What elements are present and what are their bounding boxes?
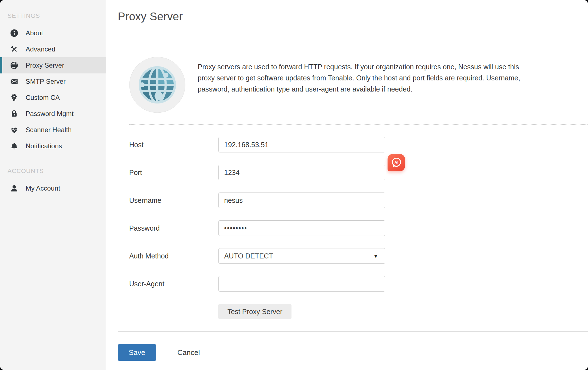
user-agent-label: User-Agent	[129, 280, 218, 288]
user-icon	[10, 184, 19, 193]
ai-badge-label: AI	[395, 160, 398, 164]
sidebar-item-label: My Account	[26, 184, 60, 192]
dotted-divider	[129, 124, 588, 125]
certificate-icon	[10, 93, 19, 102]
accounts-section-label: ACCOUNTS	[0, 167, 106, 175]
sidebar-item-scanner-health[interactable]: Scanner Health	[0, 122, 106, 138]
port-label: Port	[129, 169, 218, 177]
proxy-settings-panel: Proxy servers are used to forward HTTP r…	[118, 45, 588, 332]
user-agent-row: User-Agent	[129, 276, 588, 292]
auth-method-select[interactable]: AUTO DETECT ▼	[218, 248, 385, 264]
info-icon	[10, 29, 19, 37]
bell-icon	[10, 142, 19, 150]
cancel-button[interactable]: Cancel	[176, 348, 202, 357]
port-input[interactable]	[218, 165, 385, 180]
sidebar-item-password-mgmt[interactable]: Password Mgmt	[0, 106, 106, 122]
page-header: Proxy Server	[106, 0, 588, 33]
test-proxy-row: Test Proxy Server	[129, 304, 588, 319]
tools-icon	[10, 45, 19, 53]
password-input[interactable]	[218, 220, 385, 236]
save-button[interactable]: Save	[118, 344, 156, 361]
sidebar-item-custom-ca[interactable]: Custom CA	[0, 90, 106, 106]
sidebar-item-advanced[interactable]: Advanced	[0, 41, 106, 57]
sidebar-item-about[interactable]: About	[0, 25, 106, 41]
chevron-down-icon: ▼	[373, 253, 378, 259]
lock-icon	[10, 110, 19, 118]
app-window: SETTINGS About Advanced Proxy Server	[0, 0, 588, 370]
user-agent-input[interactable]	[218, 276, 385, 292]
password-row: Password	[129, 220, 588, 236]
auth-method-row: Auth Method AUTO DETECT ▼	[129, 248, 588, 264]
sidebar-item-label: Scanner Health	[26, 126, 72, 134]
heart-pulse-icon	[10, 126, 19, 134]
page-title: Proxy Server	[118, 10, 183, 23]
username-input[interactable]	[218, 193, 385, 208]
settings-section-label: SETTINGS	[0, 12, 106, 19]
auth-method-value: AUTO DETECT	[224, 252, 273, 260]
username-label: Username	[129, 196, 218, 204]
ai-assistant-badge[interactable]: AI	[388, 154, 405, 171]
sidebar-item-notifications[interactable]: Notifications	[0, 138, 106, 154]
panel-intro: Proxy servers are used to forward HTTP r…	[129, 57, 588, 113]
panel-description: Proxy servers are used to forward HTTP r…	[198, 61, 535, 95]
form-actions: Save Cancel	[118, 344, 588, 361]
host-input[interactable]	[218, 137, 385, 152]
main-content: Proxy Server	[106, 0, 588, 370]
settings-sidebar: SETTINGS About Advanced Proxy Server	[0, 0, 106, 370]
sidebar-item-label: Custom CA	[26, 94, 60, 102]
test-proxy-server-button[interactable]: Test Proxy Server	[218, 304, 291, 319]
sidebar-item-label: Proxy Server	[26, 61, 64, 69]
ai-bubble-icon: AI	[390, 156, 403, 169]
sidebar-item-label: Notifications	[26, 142, 62, 150]
sidebar-item-label: Password Mgmt	[26, 110, 74, 118]
envelope-icon	[10, 77, 19, 86]
sidebar-item-label: About	[26, 29, 43, 37]
host-row: Host	[129, 137, 588, 152]
sidebar-item-label: SMTP Server	[26, 78, 66, 85]
globe-avatar	[129, 57, 185, 113]
username-row: Username	[129, 193, 588, 208]
desktop-backdrop: SETTINGS About Advanced Proxy Server	[0, 0, 588, 370]
sidebar-item-proxy-server[interactable]: Proxy Server	[0, 57, 106, 73]
host-label: Host	[129, 141, 218, 149]
password-label: Password	[129, 224, 218, 232]
sidebar-item-my-account[interactable]: My Account	[0, 180, 106, 196]
sidebar-item-smtp-server[interactable]: SMTP Server	[0, 73, 106, 90]
auth-method-label: Auth Method	[129, 252, 218, 260]
sidebar-item-label: Advanced	[26, 45, 55, 53]
globe-icon	[10, 61, 19, 70]
port-row: Port	[129, 165, 588, 180]
proxy-settings-content: Proxy servers are used to forward HTTP r…	[106, 45, 588, 361]
